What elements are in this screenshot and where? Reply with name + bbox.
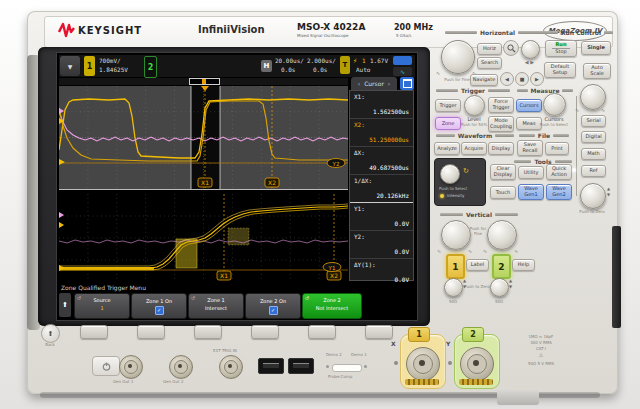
waveform-display-main: X1 X2 Y2 (59, 86, 348, 189)
horizontal-badge[interactable]: H (261, 60, 272, 72)
position-arrows: ▲▼ (509, 278, 512, 291)
touch-button[interactable]: Touch (490, 186, 516, 199)
screw (326, 365, 329, 368)
nav-play-button[interactable]: ▶ (530, 72, 544, 86)
acquire-button[interactable]: Acquire (461, 142, 487, 155)
screw (394, 361, 398, 365)
label-button[interactable]: Label (466, 259, 489, 271)
multiplex-knob-hint: Push to Zero (577, 209, 607, 214)
softkey-menu-zone2-mode[interactable]: ↺ Zone 2 Not Intersect (302, 293, 362, 319)
softkey-menu-source[interactable]: ↺ Source 1 (74, 293, 130, 319)
run-stop-button[interactable]: Run Stop (545, 40, 577, 57)
back-button[interactable]: ⬆ (41, 324, 60, 343)
ch2-position-knob[interactable] (490, 278, 509, 297)
sample-rate: 5 GSa/s (396, 33, 411, 38)
gen-out-2-bnc-pin (178, 364, 182, 368)
mode-coupling-button[interactable]: ModeCoupling (488, 116, 514, 132)
cursor-row-inv-dx: 1/ΔX:20.126kHz (350, 175, 413, 203)
wave-gen1-button[interactable]: WaveGen1 (518, 184, 544, 200)
sine-mark: ∿ (575, 107, 579, 113)
trigger-mode: Auto (356, 66, 370, 74)
delay-main: 0.0s (281, 66, 295, 74)
softkey-2[interactable] (137, 325, 165, 339)
softkey-menu-zone1-on[interactable]: Zone 1 On ✓ (131, 293, 187, 319)
save-recall-button[interactable]: SaveRecall (517, 140, 543, 156)
cursor-panel: X1:1.562500us X2:51.250000us ΔX:49.68750… (349, 90, 414, 281)
single-button[interactable]: Single (581, 41, 611, 55)
demo1-label: Demo 1 (351, 352, 367, 357)
section-measure: Measure (517, 87, 573, 94)
ext-trig-bnc-pin (228, 364, 232, 368)
softkey-5[interactable] (308, 325, 336, 339)
section-waveform: Waveform (436, 132, 514, 139)
horiz-button[interactable]: Horiz (477, 43, 502, 55)
back-button-label: Back (38, 342, 62, 347)
ch2-scale-knob[interactable] (487, 220, 517, 250)
cursors-button[interactable]: Cursors (516, 99, 542, 112)
brand-name: KEYSIGHT (78, 25, 142, 36)
channel2-button[interactable]: 2 (492, 254, 511, 279)
display-button[interactable]: Display (488, 142, 514, 155)
softkey-menu-zone2-on[interactable]: Zone 2 On ✓ (245, 293, 301, 319)
section-horizontal: Horizontal (445, 29, 550, 36)
utility-button[interactable]: Utility (518, 166, 544, 179)
nav-prev-button[interactable]: ◀ (500, 72, 514, 86)
clear-display-button[interactable]: ClearDisplay (490, 164, 516, 180)
zoom-button[interactable] (503, 40, 519, 56)
ch1-position-knob[interactable] (444, 278, 463, 297)
horizontal-delay-knob[interactable] (521, 40, 540, 59)
search-button[interactable]: Search (477, 57, 502, 69)
softkey-4[interactable] (251, 325, 279, 339)
default-setup-button[interactable]: DefaultSetup (544, 62, 576, 78)
force-trigger-button[interactable]: ForceTrigger (488, 97, 514, 113)
trigger-badge[interactable]: T (340, 56, 350, 74)
checkbox-checked[interactable]: ✓ (155, 306, 164, 315)
auto-scale-button[interactable]: AutoScale (583, 63, 611, 79)
cursor-panel-window-icon[interactable] (400, 77, 414, 90)
trigger-button[interactable]: Trigger (435, 99, 461, 112)
checkbox-checked[interactable]: ✓ (269, 306, 278, 315)
print-button[interactable]: Print (545, 142, 569, 155)
wave-gen2-button[interactable]: WaveGen2 (546, 184, 572, 200)
help-button[interactable]: Help (512, 259, 535, 271)
touch-zone-icon[interactable] (393, 56, 412, 65)
cursor-tab-right-arrow[interactable]: › (388, 80, 390, 87)
trigger-edge-icon: ⚡ (353, 57, 357, 64)
foot (497, 390, 539, 405)
section-trigger: Trigger (436, 87, 510, 94)
softkey-3[interactable] (194, 325, 222, 339)
digital-button[interactable]: Digital (581, 131, 606, 143)
cursor-row-x1: X1:1.562500us (350, 91, 413, 119)
serial-button[interactable]: Serial (581, 115, 606, 127)
trigger-level-knob[interactable] (464, 95, 485, 116)
section-vertical: Vertical (440, 211, 518, 218)
cursor-tab-left-arrow[interactable]: ‹ (358, 80, 360, 87)
power-button[interactable] (92, 356, 120, 376)
channel1-badge[interactable]: 1 (84, 56, 95, 76)
multiplex-position-knob[interactable] (580, 183, 606, 209)
sidebar-menu-button[interactable]: ▼ (60, 56, 80, 76)
softkey-1[interactable] (80, 325, 108, 339)
intensity-knob[interactable] (440, 164, 460, 184)
intensity-label: Intensity (447, 193, 464, 198)
horizontal-scale-knob[interactable] (441, 40, 475, 74)
menu-back-button[interactable]: ⬆ (59, 293, 71, 317)
intensity-panel: ↻ Push to Select Intensity (434, 158, 486, 206)
math-button[interactable]: Math (581, 148, 606, 160)
channel1-button[interactable]: 1 (446, 254, 465, 279)
zone2-region (228, 228, 249, 245)
usb-port-1 (258, 358, 284, 374)
sine-mark: ∿ (514, 248, 518, 254)
quick-action-button[interactable]: QuickAction (546, 164, 572, 180)
navigate-button[interactable]: Navigate (470, 74, 498, 86)
waveform-mode-icon[interactable]: ∿ (393, 67, 412, 76)
softkey-menu-zone1-mode[interactable]: ↺ Zone 1 Intersect (188, 293, 244, 319)
intensity-led (440, 194, 444, 198)
channel2-badge[interactable]: 2 (144, 56, 157, 78)
nav-stop-button[interactable]: ■ (515, 72, 529, 86)
ref-button[interactable]: Ref (581, 165, 606, 177)
softkey-6[interactable] (365, 325, 393, 339)
cursors-knob[interactable] (543, 93, 566, 116)
cursor-panel-tab[interactable]: ‹ Cursor › (351, 77, 397, 90)
analyze-button[interactable]: Analyze (434, 142, 460, 155)
